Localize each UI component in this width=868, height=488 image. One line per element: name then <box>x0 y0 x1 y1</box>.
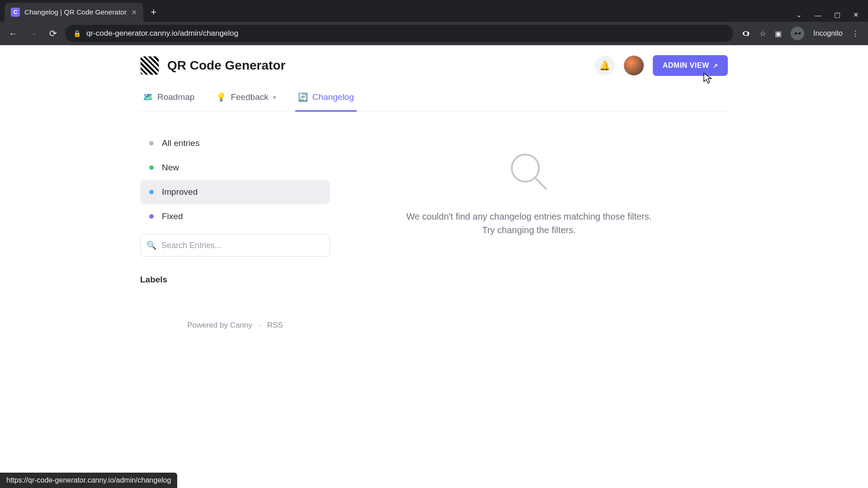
filter-fixed[interactable]: Fixed <box>140 204 330 229</box>
refresh-icon: 🔄 <box>298 92 308 102</box>
content-body: All entries New Improved Fixed <box>140 112 728 330</box>
filter-all-entries[interactable]: All entries <box>140 131 330 155</box>
tab-close-icon[interactable]: ✕ <box>131 8 137 17</box>
tabs-dropdown-icon[interactable]: ⌄ <box>796 11 802 19</box>
eye-off-icon[interactable]: 👁️‍🗨️ <box>741 29 750 38</box>
incognito-avatar-icon[interactable]: 🕶️ <box>791 27 804 40</box>
window-maximize-icon[interactable]: ▢ <box>834 11 840 19</box>
back-button[interactable]: ← <box>5 26 21 41</box>
dot-icon <box>149 165 154 170</box>
dot-icon <box>149 141 154 145</box>
window-close-icon[interactable]: ✕ <box>853 11 859 19</box>
tab-roadmap-label: Roadmap <box>157 92 194 102</box>
filter-label: New <box>162 163 179 173</box>
browser-toolbar: ← → ⟳ 🔒 qr-code-generator.canny.io/admin… <box>0 22 868 45</box>
window-controls: ⌄ — ▢ ✕ <box>796 11 868 22</box>
lock-icon: 🔒 <box>73 30 81 37</box>
chevron-down-icon: ▾ <box>273 94 276 101</box>
browser-tab[interactable]: C Changelog | QR Code Generator ✕ <box>5 3 143 22</box>
powered-by-link[interactable]: Powered by Canny <box>187 321 252 329</box>
search-icon: 🔍 <box>146 240 156 250</box>
reload-button[interactable]: ⟳ <box>45 26 61 41</box>
browser-tab-strip: C Changelog | QR Code Generator ✕ + ⌄ — … <box>0 0 868 22</box>
admin-view-button[interactable]: ADMIN VIEW ↗ <box>653 55 728 76</box>
status-bar-link: https://qr-code-generator.canny.io/admin… <box>0 473 177 488</box>
search-input[interactable] <box>140 234 330 257</box>
sidebar-footer: Powered by Canny · RSS <box>140 321 330 330</box>
bell-icon: 🔔 <box>599 60 610 71</box>
main-panel: We couldn't find any changelog entries m… <box>330 131 728 330</box>
tab-roadmap[interactable]: 🗺️ Roadmap <box>140 88 197 112</box>
app-header: QR Code Generator 🔔 ADMIN VIEW ↗ <box>140 45 728 81</box>
empty-state-text: We couldn't find any changelog entries m… <box>406 210 652 237</box>
bookmark-star-icon[interactable]: ☆ <box>760 29 766 38</box>
tab-title: Changelog | QR Code Generator <box>24 8 127 16</box>
forward-button[interactable]: → <box>25 26 41 41</box>
kebab-menu-icon[interactable]: ⋮ <box>852 29 859 38</box>
empty-line-1: We couldn't find any changelog entries m… <box>406 210 652 223</box>
dot-icon <box>149 190 154 194</box>
filter-label: Improved <box>162 187 198 197</box>
app-logo[interactable] <box>140 56 159 75</box>
side-panel-icon[interactable]: ▣ <box>775 29 782 38</box>
sidebar: All entries New Improved Fixed <box>140 131 330 330</box>
svg-line-1 <box>535 178 546 189</box>
bulb-icon: 💡 <box>216 92 226 102</box>
app-title: QR Code Generator <box>167 58 285 73</box>
tab-changelog-label: Changelog <box>312 92 354 102</box>
page-root: QR Code Generator 🔔 ADMIN VIEW ↗ 🗺️ Road… <box>0 45 868 330</box>
admin-view-label: ADMIN VIEW <box>663 61 709 70</box>
toolbar-right: 👁️‍🗨️ ☆ ▣ 🕶️ Incognito ⋮ <box>738 27 863 40</box>
filter-list: All entries New Improved Fixed <box>140 131 330 229</box>
dot-icon <box>149 214 154 219</box>
rss-link[interactable]: RSS <box>267 321 283 329</box>
labels-heading: Labels <box>140 275 330 285</box>
tab-feedback[interactable]: 💡 Feedback ▾ <box>213 88 278 112</box>
nav-tabs: 🗺️ Roadmap 💡 Feedback ▾ 🔄 Changelog <box>140 81 728 112</box>
search-wrap: 🔍 <box>140 234 330 257</box>
filter-new[interactable]: New <box>140 155 330 180</box>
filter-improved[interactable]: Improved <box>140 180 330 204</box>
footer-separator: · <box>259 321 261 329</box>
map-icon: 🗺️ <box>143 92 153 102</box>
tab-feedback-label: Feedback <box>231 92 268 102</box>
window-minimize-icon[interactable]: — <box>815 11 821 19</box>
external-link-icon: ↗ <box>713 62 718 69</box>
filter-label: All entries <box>162 138 199 148</box>
incognito-label: Incognito <box>813 29 843 38</box>
tab-favicon: C <box>11 8 20 17</box>
url-text: qr-code-generator.canny.io/admin/changel… <box>86 29 238 38</box>
address-bar[interactable]: 🔒 qr-code-generator.canny.io/admin/chang… <box>65 25 733 42</box>
filter-label: Fixed <box>162 211 183 221</box>
new-tab-button[interactable]: + <box>143 3 164 22</box>
notifications-button[interactable]: 🔔 <box>595 56 615 75</box>
empty-line-2: Try changing the filters. <box>406 223 652 237</box>
tab-changelog[interactable]: 🔄 Changelog <box>295 88 357 112</box>
empty-search-icon <box>506 149 552 194</box>
user-avatar[interactable] <box>624 56 644 75</box>
